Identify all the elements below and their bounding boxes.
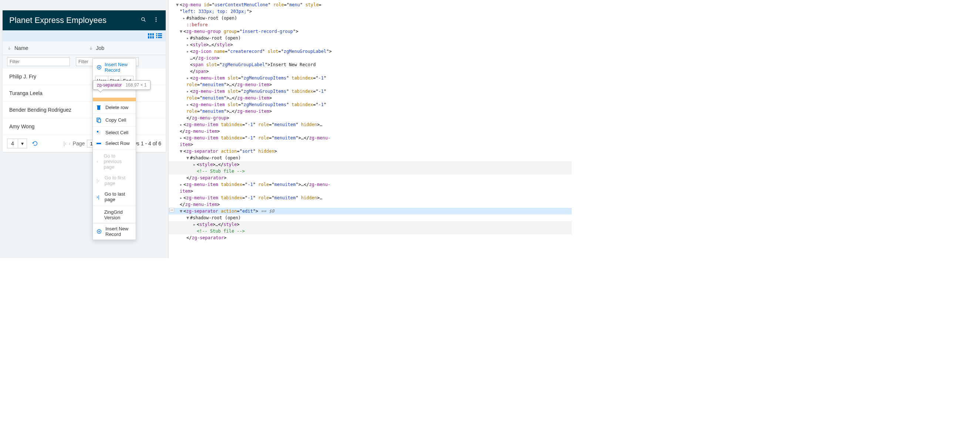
plus-circle-icon — [97, 65, 102, 70]
grid-caption: Planet Express Employees — [3, 10, 165, 30]
grid-toolbar — [3, 30, 165, 41]
twisty-closed-icon[interactable]: ▸ — [186, 41, 190, 48]
plus-circle-icon — [97, 229, 102, 234]
svg-rect-16 — [158, 37, 162, 38]
table-row[interactable]: Amy Wong — [3, 118, 165, 135]
menu-item-select-cell[interactable]: Select Cell — [93, 127, 136, 138]
menu-item-select-row[interactable]: Select Row — [93, 138, 136, 149]
twisty-closed-icon[interactable]: ▸ — [186, 88, 190, 95]
twisty-open-icon[interactable]: ▼ — [180, 148, 183, 154]
filter-row — [3, 55, 165, 68]
twisty-closed-icon[interactable]: ▸ — [186, 48, 190, 55]
caret-down-icon: ▾ — [18, 139, 27, 148]
svg-rect-25 — [99, 131, 100, 132]
table-row[interactable]: Bender Bending Rodriguez — [3, 102, 165, 118]
first-page-icon: |‹ — [97, 178, 101, 183]
sort-icon — [89, 46, 93, 50]
twisty-open-icon[interactable]: ▼ — [180, 208, 183, 214]
card-view-icon[interactable] — [148, 33, 154, 38]
svg-rect-9 — [150, 36, 152, 38]
svg-line-1 — [144, 20, 146, 22]
twisty-open-icon[interactable]: ▼ — [176, 2, 180, 8]
search-icon[interactable] — [140, 17, 146, 24]
menu-item-edit-cell-obscured[interactable] — [93, 91, 136, 97]
twisty-closed-icon[interactable]: ▸ — [180, 195, 183, 201]
twisty-closed-icon[interactable]: ▸ — [180, 181, 183, 188]
column-headers: Name Job — [3, 41, 165, 55]
first-page-icon[interactable]: |‹ — [64, 141, 67, 146]
sort-icon — [7, 46, 11, 50]
svg-rect-10 — [152, 36, 154, 38]
twisty-open-icon[interactable]: ▼ — [186, 154, 190, 161]
last-page-icon: ›| — [97, 194, 101, 200]
selected-dom-node[interactable]: ⋯▼<zg-separator action="edit"> == $0 — [169, 208, 572, 214]
menu-item-goto-prev: ‹ Go to previous page — [93, 151, 136, 172]
svg-rect-15 — [156, 37, 157, 38]
trash-icon — [97, 105, 102, 110]
svg-rect-26 — [97, 133, 99, 134]
svg-rect-6 — [150, 33, 152, 35]
svg-point-0 — [142, 18, 145, 21]
menu-group-insert: Insert New Record — [93, 59, 136, 76]
menu-item-copy-cell[interactable]: Copy Cell — [93, 114, 136, 125]
chevron-left-icon: ‹ — [97, 159, 100, 164]
element-tooltip: zg-separator 168.97 × 1 — [93, 80, 151, 90]
svg-rect-8 — [148, 36, 150, 38]
select-row-icon — [97, 141, 102, 146]
svg-rect-11 — [156, 33, 157, 34]
column-header-name[interactable]: Name — [3, 41, 84, 55]
pager: 4 ▾ |‹ ‹ Page o Rows 1 - 4 of 6 — [3, 135, 165, 152]
twisty-closed-icon[interactable]: ▸ — [193, 161, 197, 168]
svg-rect-27 — [99, 133, 100, 134]
preview-pane: Planet Express Employees — [0, 0, 169, 258]
prev-page-icon[interactable]: ‹ — [69, 141, 71, 146]
menu-item-goto-last[interactable]: ›| Go to last page — [93, 189, 136, 205]
svg-rect-28 — [97, 143, 101, 144]
menu-item-version[interactable]: ZingGrid Version — [93, 207, 136, 223]
svg-rect-14 — [158, 35, 162, 36]
svg-point-2 — [156, 17, 157, 19]
grid-title: Planet Express Employees — [9, 16, 140, 25]
twisty-closed-icon[interactable]: ▸ — [186, 75, 190, 81]
twisty-closed-icon[interactable]: ▸ — [186, 35, 190, 41]
svg-rect-21 — [97, 105, 100, 106]
svg-point-3 — [156, 19, 157, 20]
twisty-closed-icon[interactable]: ▸ — [193, 221, 197, 228]
twisty-closed-icon[interactable]: ▸ — [183, 15, 186, 21]
svg-point-4 — [156, 21, 157, 22]
svg-rect-23 — [98, 119, 100, 122]
svg-rect-20 — [97, 106, 100, 110]
kebab-menu-icon[interactable] — [153, 17, 159, 24]
svg-rect-12 — [158, 33, 162, 34]
twisty-closed-icon[interactable]: ▸ — [186, 101, 190, 108]
devtools-elements[interactable]: ▼<zg-menu id="userContextMenuClone" role… — [169, 0, 572, 258]
twisty-open-icon[interactable]: ▼ — [180, 28, 183, 35]
row-view-icon[interactable] — [156, 33, 162, 38]
ellipsis-icon[interactable]: ⋯ — [169, 208, 174, 212]
twisty-closed-icon[interactable]: ▸ — [180, 135, 183, 141]
inspected-separator — [93, 98, 136, 101]
page-size-select[interactable]: 4 ▾ — [7, 139, 27, 148]
svg-rect-13 — [156, 35, 157, 36]
copy-icon — [97, 117, 102, 123]
svg-rect-7 — [152, 33, 154, 35]
reload-icon[interactable] — [32, 141, 38, 146]
column-header-job[interactable]: Job — [84, 41, 166, 55]
filter-name[interactable] — [7, 57, 70, 66]
twisty-open-icon[interactable]: ▼ — [186, 214, 190, 221]
menu-item-delete-row[interactable]: Delete row — [93, 102, 136, 113]
twisty-closed-icon[interactable]: ▸ — [180, 121, 183, 128]
select-cell-icon — [97, 130, 102, 135]
menu-item-insert-footer[interactable]: Insert New Record — [93, 223, 136, 240]
menu-item-goto-first: |‹ Go to first page — [93, 172, 136, 189]
svg-rect-24 — [97, 131, 99, 132]
svg-rect-5 — [148, 33, 150, 35]
